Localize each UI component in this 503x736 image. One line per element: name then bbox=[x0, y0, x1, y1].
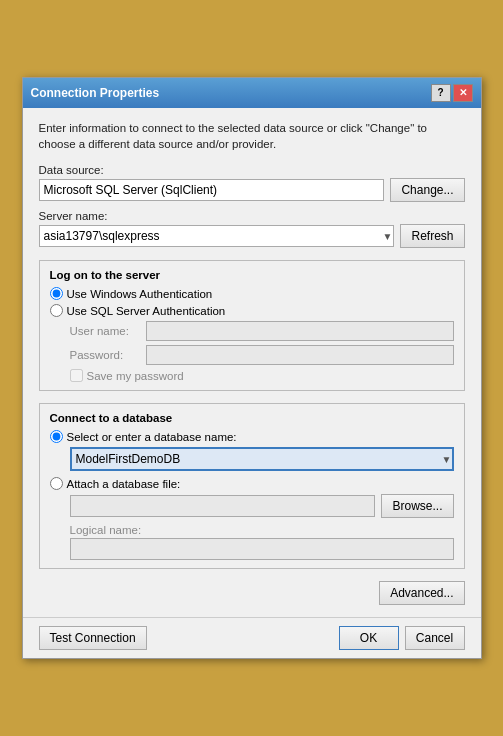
attach-field-row: Browse... bbox=[70, 494, 454, 518]
attach-row: Attach a database file: bbox=[50, 477, 454, 490]
cancel-button[interactable]: Cancel bbox=[405, 626, 465, 650]
title-bar-buttons: ? ✕ bbox=[431, 84, 473, 102]
logical-name-input[interactable] bbox=[70, 538, 454, 560]
resize-handle[interactable] bbox=[474, 651, 482, 659]
server-name-section: Server name: asia13797\sqlexpress ▼ Adva… bbox=[39, 210, 465, 248]
data-source-input[interactable] bbox=[39, 179, 385, 201]
sql-auth-label: Use SQL Server Authentication bbox=[67, 305, 226, 317]
refresh-btn[interactable]: Refresh bbox=[400, 224, 464, 248]
save-password-label: Save my password bbox=[87, 370, 184, 382]
advanced-button[interactable]: Advanced... bbox=[379, 581, 464, 605]
database-section: Connect to a database Select or enter a … bbox=[39, 403, 465, 569]
database-select[interactable]: ModelFirstDemoDB bbox=[70, 447, 454, 471]
attach-db-label: Attach a database file: bbox=[67, 478, 181, 490]
attach-file-input[interactable] bbox=[70, 495, 376, 517]
windows-auth-label: Use Windows Authentication bbox=[67, 288, 213, 300]
dialog-title: Connection Properties bbox=[31, 86, 160, 100]
windows-auth-radio[interactable] bbox=[50, 287, 63, 300]
username-input[interactable] bbox=[146, 321, 454, 341]
logon-title: Log on to the server bbox=[50, 269, 454, 281]
windows-auth-row: Use Windows Authentication bbox=[50, 287, 454, 300]
logon-section: Log on to the server Use Windows Authent… bbox=[39, 260, 465, 391]
server-name-row: asia13797\sqlexpress ▼ Advanced... Refre… bbox=[39, 224, 465, 248]
password-field-row: Password: bbox=[70, 345, 454, 365]
username-field-row: User name: bbox=[70, 321, 454, 341]
description-text: Enter information to connect to the sele… bbox=[39, 120, 465, 152]
save-password-checkbox[interactable] bbox=[70, 369, 83, 382]
db-combo-wrapper: ModelFirstDemoDB ▼ bbox=[70, 447, 454, 471]
connection-properties-dialog: Connection Properties ? ✕ Enter informat… bbox=[22, 77, 482, 659]
server-name-label: Server name: bbox=[39, 210, 465, 222]
data-source-row: Change... bbox=[39, 178, 465, 202]
close-button[interactable]: ✕ bbox=[453, 84, 473, 102]
username-label: User name: bbox=[70, 325, 142, 337]
data-source-label: Data source: bbox=[39, 164, 465, 176]
server-name-combo-wrapper: asia13797\sqlexpress ▼ bbox=[39, 225, 395, 247]
password-input[interactable] bbox=[146, 345, 454, 365]
dialog-body: Enter information to connect to the sele… bbox=[23, 108, 481, 617]
title-bar: Connection Properties ? ✕ bbox=[23, 78, 481, 108]
server-name-select[interactable]: asia13797\sqlexpress bbox=[39, 225, 395, 247]
sql-auth-radio[interactable] bbox=[50, 304, 63, 317]
select-db-label: Select or enter a database name: bbox=[67, 431, 237, 443]
attach-db-radio[interactable] bbox=[50, 477, 63, 490]
ok-cancel-group: OK Cancel bbox=[339, 626, 465, 650]
bottom-bar: Test Connection OK Cancel bbox=[23, 617, 481, 658]
change-button[interactable]: Change... bbox=[390, 178, 464, 202]
save-password-row: Save my password bbox=[70, 369, 454, 382]
help-button[interactable]: ? bbox=[431, 84, 451, 102]
data-source-section: Data source: Change... bbox=[39, 164, 465, 202]
select-db-row: Select or enter a database name: bbox=[50, 430, 454, 443]
logical-name-row: Logical name: bbox=[70, 524, 454, 560]
ok-button[interactable]: OK bbox=[339, 626, 399, 650]
select-db-radio[interactable] bbox=[50, 430, 63, 443]
advanced-row: Advanced... bbox=[39, 581, 465, 605]
logical-name-label: Logical name: bbox=[70, 524, 454, 536]
browse-button[interactable]: Browse... bbox=[381, 494, 453, 518]
sql-auth-row: Use SQL Server Authentication bbox=[50, 304, 454, 317]
database-section-title: Connect to a database bbox=[50, 412, 454, 424]
test-connection-button[interactable]: Test Connection bbox=[39, 626, 147, 650]
password-label: Password: bbox=[70, 349, 142, 361]
